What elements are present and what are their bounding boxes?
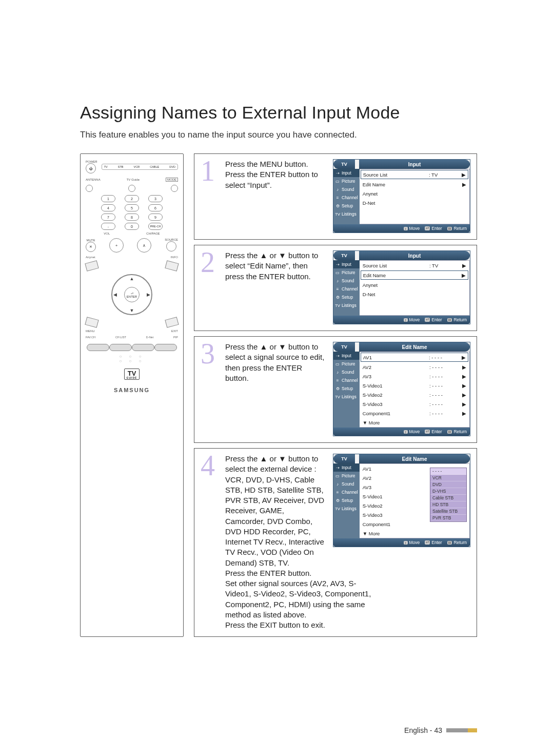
osd-title-right: Input [359, 251, 470, 260]
step-text-more: Press the ENTER button. Set other signal… [225, 568, 379, 620]
osd-side-item: TVListings [333, 393, 360, 401]
osd-side-item: TVListings [333, 505, 360, 513]
osd-side-icon: TV [335, 303, 340, 308]
osd-title-left: TV [333, 342, 355, 352]
step-1: 1Press the MENU button. Press the ENTER … [194, 153, 477, 240]
osd-row-arrow-icon: ▶ [462, 392, 466, 398]
osd-row-label: AV2 [363, 475, 429, 481]
footer-bar-icon [446, 728, 477, 732]
osd-side-label: Sound [342, 278, 354, 283]
osd-footer-hint: IIIReturn [447, 226, 467, 231]
num-6: 6 [148, 204, 163, 211]
osd-title-right: Edit Name [359, 342, 470, 352]
osd-row-label: Component1 [363, 521, 429, 527]
osd-row-label: S-Video2 [363, 503, 429, 509]
step-number: 4 [201, 454, 218, 478]
num-9: 9 [148, 214, 163, 221]
osd-popup-item: DVD [430, 481, 466, 488]
osd-footer-hint: ⏎Enter [425, 317, 442, 322]
osd-row-label: D-Net [363, 292, 429, 297]
osd-footer-label: Enter [431, 429, 442, 434]
osd-side-item: ⇢Input [333, 260, 360, 268]
osd-side-item: ≡Channel [333, 488, 360, 496]
osd-side-label: Input [342, 170, 351, 176]
osd-side-item: ♪Sound [333, 368, 360, 376]
osd-row-label: AV3 [363, 484, 429, 490]
osd-main: Source List: TV▶Edit Name▶AnynetD-Net [360, 169, 470, 224]
osd-screenshot: TVEdit Name⇢Input▭Picture♪Sound≡Channel⚙… [333, 454, 470, 547]
osd-side-item: ▭Picture [333, 177, 360, 185]
osd-row: Anynet [360, 189, 469, 198]
osd-row-value: : - - - - [429, 401, 462, 407]
step-text: Press the ▲ or ▼ button to select the ex… [225, 454, 326, 568]
mode-stb: STB [118, 165, 124, 168]
mute-button: ✕ [86, 242, 96, 252]
dnet-button [132, 344, 154, 351]
osd-popup-item: PVR STB [430, 515, 466, 521]
chlist-label: CH LIST [115, 336, 126, 339]
step-number: 2 [201, 250, 218, 275]
osd-side-label: Listings [342, 303, 357, 308]
osd-row-arrow-icon: ▶ [462, 364, 466, 370]
osd-row-label: AV1 [363, 466, 429, 472]
osd-footer: ↕Move⏎EnterIIIReturn [333, 224, 470, 232]
osd-row: D-Net [360, 198, 469, 207]
menu-button [85, 317, 98, 328]
osd-footer-hint: ↕Move [404, 540, 420, 545]
osd-popup-item: - - - - [430, 468, 466, 475]
osd-footer-label: Move [409, 317, 420, 322]
osd-popup-item: Satellite STB [430, 508, 466, 515]
osd-row-label: ▼ More [363, 531, 429, 536]
tvguide-button [128, 185, 135, 192]
anynet-label: Anynet [86, 256, 95, 259]
osd-side-label: Channel [342, 195, 358, 200]
osd-footer: ↕Move⏎EnterIIIReturn [333, 316, 470, 324]
osd-side-icon: ♪ [335, 481, 340, 487]
osd-footer-label: Return [453, 226, 467, 231]
osd-row-value: : TV [429, 263, 462, 268]
step-number: 1 [201, 159, 218, 184]
osd-popup-item: Cable STB [430, 495, 466, 501]
osd-footer-label: Return [453, 540, 467, 545]
osd-side-icon: ⇢ [335, 353, 340, 358]
vol-label: VOL [104, 232, 110, 235]
mode-label: MODE [166, 178, 178, 182]
osd-screenshot: TVInput⇢Input▭Picture♪Sound≡Channel⚙Setu… [333, 250, 470, 324]
osd-side-icon: ⇢ [335, 262, 340, 267]
chlist-button [109, 344, 132, 351]
brand-label: SAMSUNG [86, 387, 178, 393]
osd-sidebar: ⇢Input▭Picture♪Sound≡Channel⚙SetupTVList… [333, 260, 360, 316]
osd-popup-item: D-VHS [430, 488, 466, 495]
antenna-button [86, 185, 93, 192]
enter-button: ⏎ENTER [124, 287, 140, 302]
osd-footer: ↕Move⏎EnterIIIReturn [333, 538, 470, 547]
favch-button [87, 344, 109, 351]
osd-footer-hint: ⏎Enter [425, 540, 442, 545]
osd-side-label: Input [342, 353, 351, 358]
osd-side-item: TVListings [333, 301, 360, 309]
dpad-left-icon: ◀ [113, 292, 117, 297]
osd-side-item: ▭Picture [333, 360, 360, 368]
osd-row: D-Net [360, 289, 469, 299]
osd-row-arrow-icon: ▶ [462, 172, 466, 178]
osd-footer-hint: IIIReturn [447, 429, 467, 434]
osd-title-left: TV [333, 454, 355, 463]
anynet-button [85, 260, 98, 272]
ch-rocker: ∧ [137, 238, 151, 253]
osd-row: S-Video1: - - - -▶ [360, 381, 469, 390]
mode-vcr: VCR [134, 165, 140, 168]
num-5: 5 [125, 204, 139, 211]
small-buttons-row: ○ ○ ○○ ○ ○ [86, 354, 178, 363]
mode-tv: TV [104, 165, 108, 168]
num-dash: - [101, 223, 115, 230]
osd-footer-label: Move [409, 226, 420, 231]
osd-title-right: Edit Name [359, 454, 470, 463]
osd-footer-hint: ↕Move [404, 429, 420, 434]
page-title: Assigning Names to External Input Mode [80, 103, 477, 123]
osd-side-item: ♪Sound [333, 277, 360, 285]
osd-footer-hint: ↕Move [404, 317, 420, 322]
osd-side-icon: ≡ [335, 195, 340, 200]
osd-side-icon: TV [335, 211, 340, 217]
remote-illustration: POWER ⏻ TV STB VCR CABLE DVD ANTENNA TV … [80, 153, 184, 637]
step-3: 3Press the ▲ or ▼ button to select a sig… [194, 336, 477, 443]
